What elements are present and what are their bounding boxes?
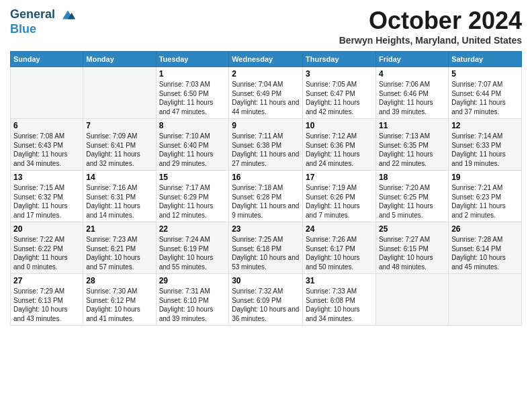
col-saturday: Saturday [449,52,522,67]
col-sunday: Sunday [11,52,83,67]
cell-week2-day6: 12Sunrise: 7:14 AM Sunset: 6:33 PM Dayli… [449,119,522,171]
month-title: October 2024 [339,7,522,35]
day-number: 27 [13,276,80,285]
week-row-4: 20Sunrise: 7:22 AM Sunset: 6:22 PM Dayli… [11,222,522,274]
day-number: 18 [379,173,445,182]
cell-week1-day3: 2Sunrise: 7:04 AM Sunset: 6:49 PM Daylig… [229,67,303,119]
cell-week1-day2: 1Sunrise: 7:03 AM Sunset: 6:50 PM Daylig… [156,67,229,119]
day-info: Sunrise: 7:23 AM Sunset: 6:21 PM Dayligh… [86,235,152,271]
cell-week3-day3: 16Sunrise: 7:18 AM Sunset: 6:28 PM Dayli… [229,171,303,222]
col-tuesday: Tuesday [156,52,229,67]
calendar-header-row: Sunday Monday Tuesday Wednesday Thursday… [11,52,522,67]
cell-week5-day3: 30Sunrise: 7:32 AM Sunset: 6:09 PM Dayli… [229,274,303,326]
day-number: 31 [306,276,373,285]
day-number: 19 [451,173,519,182]
day-number: 1 [159,69,226,79]
day-info: Sunrise: 7:28 AM Sunset: 6:14 PM Dayligh… [451,235,519,271]
col-wednesday: Wednesday [229,52,303,67]
cell-week2-day2: 8Sunrise: 7:10 AM Sunset: 6:40 PM Daylig… [156,119,229,171]
week-row-3: 13Sunrise: 7:15 AM Sunset: 6:32 PM Dayli… [11,171,522,222]
day-info: Sunrise: 7:18 AM Sunset: 6:28 PM Dayligh… [232,183,300,220]
day-number: 3 [306,69,373,79]
logo-text: General [10,7,76,23]
header: General Blue October 2024 Berwyn Heights… [10,7,522,46]
day-number: 22 [159,224,226,234]
day-info: Sunrise: 7:26 AM Sunset: 6:17 PM Dayligh… [306,235,373,271]
day-info: Sunrise: 7:30 AM Sunset: 6:12 PM Dayligh… [86,287,152,323]
location-title: Berwyn Heights, Maryland, United States [339,35,522,46]
cell-week1-day6: 5Sunrise: 7:07 AM Sunset: 6:44 PM Daylig… [449,67,522,119]
cell-week5-day4: 31Sunrise: 7:33 AM Sunset: 6:08 PM Dayli… [303,274,376,326]
day-info: Sunrise: 7:04 AM Sunset: 6:49 PM Dayligh… [232,80,300,116]
cell-week2-day0: 6Sunrise: 7:08 AM Sunset: 6:43 PM Daylig… [11,119,83,171]
day-number: 11 [379,121,445,130]
cell-week1-day1 [83,67,156,119]
day-number: 20 [13,224,80,234]
cell-week3-day0: 13Sunrise: 7:15 AM Sunset: 6:32 PM Dayli… [11,171,83,222]
cell-week5-day0: 27Sunrise: 7:29 AM Sunset: 6:13 PM Dayli… [11,274,83,326]
cell-week5-day2: 29Sunrise: 7:31 AM Sunset: 6:10 PM Dayli… [156,274,229,326]
day-number: 21 [86,224,152,234]
cell-week4-day0: 20Sunrise: 7:22 AM Sunset: 6:22 PM Dayli… [11,222,83,274]
cell-week5-day1: 28Sunrise: 7:30 AM Sunset: 6:12 PM Dayli… [83,274,156,326]
title-block: October 2024 Berwyn Heights, Maryland, U… [339,7,522,46]
day-number: 5 [451,69,519,79]
cell-week2-day1: 7Sunrise: 7:09 AM Sunset: 6:41 PM Daylig… [83,119,156,171]
day-number: 9 [232,121,300,130]
day-number: 23 [232,224,300,234]
week-row-5: 27Sunrise: 7:29 AM Sunset: 6:13 PM Dayli… [11,274,522,326]
cell-week4-day2: 22Sunrise: 7:24 AM Sunset: 6:19 PM Dayli… [156,222,229,274]
day-info: Sunrise: 7:15 AM Sunset: 6:32 PM Dayligh… [13,183,80,220]
cell-week5-day6 [449,274,522,326]
day-number: 29 [159,276,226,285]
cell-week1-day0 [11,67,83,119]
cell-week3-day6: 19Sunrise: 7:21 AM Sunset: 6:23 PM Dayli… [449,171,522,222]
day-info: Sunrise: 7:19 AM Sunset: 6:26 PM Dayligh… [306,183,373,220]
day-info: Sunrise: 7:29 AM Sunset: 6:13 PM Dayligh… [13,287,80,323]
day-number: 7 [86,121,152,130]
day-info: Sunrise: 7:24 AM Sunset: 6:19 PM Dayligh… [159,235,226,271]
day-number: 8 [159,121,226,130]
col-monday: Monday [83,52,156,67]
cell-week1-day5: 4Sunrise: 7:06 AM Sunset: 6:46 PM Daylig… [375,67,448,119]
cell-week4-day5: 25Sunrise: 7:27 AM Sunset: 6:15 PM Dayli… [375,222,448,274]
day-info: Sunrise: 7:03 AM Sunset: 6:50 PM Dayligh… [159,80,226,116]
week-row-2: 6Sunrise: 7:08 AM Sunset: 6:43 PM Daylig… [11,119,522,171]
logo-blue: Blue [10,23,76,36]
day-number: 26 [451,224,519,234]
day-info: Sunrise: 7:13 AM Sunset: 6:35 PM Dayligh… [379,132,445,168]
cell-week4-day4: 24Sunrise: 7:26 AM Sunset: 6:17 PM Dayli… [303,222,376,274]
day-info: Sunrise: 7:06 AM Sunset: 6:46 PM Dayligh… [379,80,445,116]
cell-week5-day5 [375,274,448,326]
day-info: Sunrise: 7:31 AM Sunset: 6:10 PM Dayligh… [159,287,226,323]
day-info: Sunrise: 7:25 AM Sunset: 6:18 PM Dayligh… [232,235,300,271]
day-info: Sunrise: 7:05 AM Sunset: 6:47 PM Dayligh… [306,80,373,116]
day-info: Sunrise: 7:14 AM Sunset: 6:33 PM Dayligh… [451,132,519,168]
day-info: Sunrise: 7:22 AM Sunset: 6:22 PM Dayligh… [13,235,80,271]
cell-week3-day2: 15Sunrise: 7:17 AM Sunset: 6:29 PM Dayli… [156,171,229,222]
day-number: 15 [159,173,226,182]
day-info: Sunrise: 7:12 AM Sunset: 6:36 PM Dayligh… [306,132,373,168]
cell-week2-day4: 10Sunrise: 7:12 AM Sunset: 6:36 PM Dayli… [303,119,376,171]
day-info: Sunrise: 7:33 AM Sunset: 6:08 PM Dayligh… [306,287,373,323]
page: General Blue October 2024 Berwyn Heights… [0,0,532,411]
cell-week3-day4: 17Sunrise: 7:19 AM Sunset: 6:26 PM Dayli… [303,171,376,222]
day-info: Sunrise: 7:27 AM Sunset: 6:15 PM Dayligh… [379,235,445,271]
cell-week3-day1: 14Sunrise: 7:16 AM Sunset: 6:31 PM Dayli… [83,171,156,222]
day-info: Sunrise: 7:21 AM Sunset: 6:23 PM Dayligh… [451,183,519,220]
day-info: Sunrise: 7:10 AM Sunset: 6:40 PM Dayligh… [159,132,226,168]
cell-week1-day4: 3Sunrise: 7:05 AM Sunset: 6:47 PM Daylig… [303,67,376,119]
day-info: Sunrise: 7:32 AM Sunset: 6:09 PM Dayligh… [232,287,300,323]
day-number: 12 [451,121,519,130]
cell-week4-day6: 26Sunrise: 7:28 AM Sunset: 6:14 PM Dayli… [449,222,522,274]
day-info: Sunrise: 7:11 AM Sunset: 6:38 PM Dayligh… [232,132,300,168]
day-number: 4 [379,69,445,79]
day-number: 10 [306,121,373,130]
cell-week2-day3: 9Sunrise: 7:11 AM Sunset: 6:38 PM Daylig… [229,119,303,171]
cell-week4-day1: 21Sunrise: 7:23 AM Sunset: 6:21 PM Dayli… [83,222,156,274]
day-number: 30 [232,276,300,285]
day-info: Sunrise: 7:08 AM Sunset: 6:43 PM Dayligh… [13,132,80,168]
cell-week3-day5: 18Sunrise: 7:20 AM Sunset: 6:25 PM Dayli… [375,171,448,222]
col-thursday: Thursday [303,52,376,67]
calendar-table: Sunday Monday Tuesday Wednesday Thursday… [10,51,522,326]
